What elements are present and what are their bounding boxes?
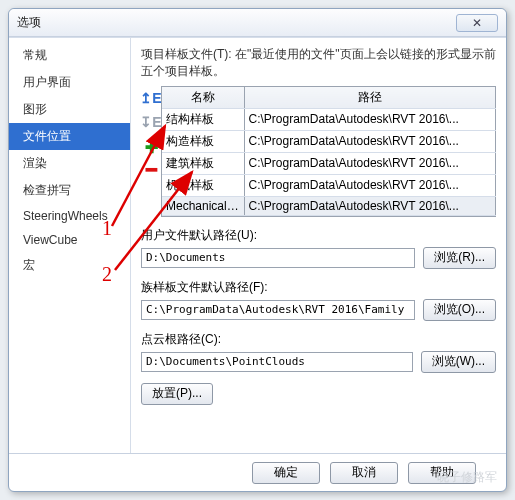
sidebar-item-spellcheck[interactable]: 检查拼写 <box>9 177 130 204</box>
main-panel: 项目样板文件(T): 在"最近使用的文件"页面上会以链接的形式显示前五个项目样板… <box>131 38 506 453</box>
table-row[interactable]: 机械样板C:\ProgramData\Autodesk\RVT 2016\... <box>162 174 496 196</box>
titlebar-title: 选项 <box>17 14 456 31</box>
sidebar-item-steeringwheels[interactable]: SteeringWheels <box>9 204 130 228</box>
user-files-input[interactable] <box>141 248 415 268</box>
table-row[interactable]: 构造样板C:\ProgramData\Autodesk\RVT 2016\... <box>162 130 496 152</box>
sidebar: 常规 用户界面 图形 文件位置 渲染 检查拼写 SteeringWheels V… <box>9 38 131 453</box>
place-button[interactable]: 放置(P)... <box>141 383 213 405</box>
sidebar-item-graphics[interactable]: 图形 <box>9 96 130 123</box>
field-label: 族样板文件默认路径(F): <box>141 279 496 296</box>
place-row: 放置(P)... <box>141 383 496 405</box>
sidebar-item-render[interactable]: 渲染 <box>9 150 130 177</box>
browse-button[interactable]: 浏览(R)... <box>423 247 496 269</box>
close-icon: ✕ <box>472 16 482 30</box>
move-down-button[interactable]: ↧E <box>140 114 161 130</box>
section-description: 项目样板文件(T): 在"最近使用的文件"页面上会以链接的形式显示前五个项目样板… <box>141 46 496 80</box>
sidebar-item-file-locations[interactable]: 文件位置 <box>9 123 130 150</box>
field-label: 用户文件默认路径(U): <box>141 227 496 244</box>
field-family-templates: 族样板文件默认路径(F): 浏览(O)... <box>141 279 496 321</box>
col-path[interactable]: 路径 <box>244 87 496 109</box>
field-label: 点云根路径(C): <box>141 331 496 348</box>
sidebar-item-ui[interactable]: 用户界面 <box>9 69 130 96</box>
close-button[interactable]: ✕ <box>456 14 498 32</box>
remove-button[interactable]: ━ <box>146 165 157 175</box>
family-templates-input[interactable] <box>141 300 415 320</box>
table-row[interactable]: 结构样板C:\ProgramData\Autodesk\RVT 2016\... <box>162 108 496 130</box>
cancel-button[interactable]: 取消 <box>330 462 398 484</box>
help-button[interactable]: 帮助 <box>408 462 476 484</box>
col-name[interactable]: 名称 <box>162 87 244 109</box>
template-area: ↥E ↧E ✚ ━ 名称 路径 结构样板C:\ProgramData\Autod… <box>141 86 496 217</box>
ok-button[interactable]: 确定 <box>252 462 320 484</box>
browse-button[interactable]: 浏览(W)... <box>421 351 496 373</box>
add-button[interactable]: ✚ <box>145 138 158 157</box>
dialog-footer: 确定 取消 帮助 <box>9 453 506 491</box>
titlebar: 选项 ✕ <box>9 9 506 37</box>
point-cloud-input[interactable] <box>141 352 413 372</box>
sidebar-item-viewcube[interactable]: ViewCube <box>9 228 130 252</box>
table-row[interactable]: Mechanical-Def...C:\ProgramData\Autodesk… <box>162 196 496 215</box>
field-point-cloud: 点云根路径(C): 浏览(W)... <box>141 331 496 373</box>
browse-button[interactable]: 浏览(O)... <box>423 299 496 321</box>
sidebar-item-general[interactable]: 常规 <box>9 42 130 69</box>
field-user-files: 用户文件默认路径(U): 浏览(R)... <box>141 227 496 269</box>
template-table[interactable]: 名称 路径 结构样板C:\ProgramData\Autodesk\RVT 20… <box>161 86 496 217</box>
move-up-button[interactable]: ↥E <box>140 90 161 106</box>
dialog-body: 常规 用户界面 图形 文件位置 渲染 检查拼写 SteeringWheels V… <box>9 37 506 453</box>
table-row[interactable]: 建筑样板C:\ProgramData\Autodesk\RVT 2016\... <box>162 152 496 174</box>
list-toolbuttons: ↥E ↧E ✚ ━ <box>141 86 161 217</box>
options-dialog: 选项 ✕ 常规 用户界面 图形 文件位置 渲染 检查拼写 SteeringWhe… <box>8 8 507 492</box>
sidebar-item-macros[interactable]: 宏 <box>9 252 130 279</box>
